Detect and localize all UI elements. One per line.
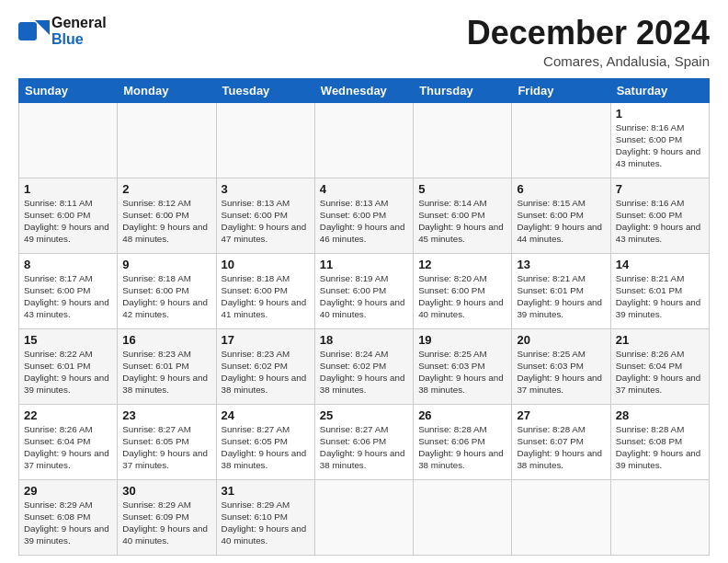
calendar-table: Sunday Monday Tuesday Wednesday Thursday… [18,78,710,556]
col-tuesday: Tuesday [216,78,314,102]
calendar-cell: 1Sunrise: 8:11 AMSunset: 6:00 PMDaylight… [19,178,118,253]
day-info: Sunrise: 8:28 AMSunset: 6:06 PMDaylight:… [418,423,506,472]
calendar-week-row: 1Sunrise: 8:16 AMSunset: 6:00 PMDaylight… [19,102,710,178]
logo: General Blue [18,15,107,47]
day-info: Sunrise: 8:12 AMSunset: 6:00 PMDaylight:… [122,197,210,246]
calendar-cell: 14Sunrise: 8:21 AMSunset: 6:01 PMDayligh… [610,253,709,328]
day-number: 25 [320,408,408,422]
day-number: 21 [616,333,704,347]
day-info: Sunrise: 8:19 AMSunset: 6:00 PMDaylight:… [320,272,408,321]
day-info: Sunrise: 8:26 AMSunset: 6:04 PMDaylight:… [616,348,704,396]
calendar-cell: 15Sunrise: 8:22 AMSunset: 6:01 PMDayligh… [19,328,118,404]
day-info: Sunrise: 8:26 AMSunset: 6:04 PMDaylight:… [24,423,112,472]
day-info: Sunrise: 8:23 AMSunset: 6:02 PMDaylight:… [222,348,310,396]
calendar-cell: 1Sunrise: 8:16 AMSunset: 6:00 PMDaylight… [610,102,709,178]
calendar-cell: 3Sunrise: 8:13 AMSunset: 6:00 PMDaylight… [216,178,314,253]
calendar-cell [216,102,314,178]
title-block: December 2024 Comares, Andalusia, Spain [467,15,710,69]
calendar-cell [314,102,413,178]
calendar-cell: 18Sunrise: 8:24 AMSunset: 6:02 PMDayligh… [314,328,413,404]
day-number: 7 [616,182,704,196]
calendar-cell [512,479,610,555]
day-number: 20 [517,333,605,347]
calendar-cell: 19Sunrise: 8:25 AMSunset: 6:03 PMDayligh… [414,328,512,404]
day-info: Sunrise: 8:28 AMSunset: 6:07 PMDaylight:… [517,423,605,472]
day-number: 1 [24,182,112,196]
col-sunday: Sunday [19,78,118,102]
day-number: 10 [222,258,310,271]
day-number: 16 [122,333,210,347]
day-info: Sunrise: 8:23 AMSunset: 6:01 PMDaylight:… [122,348,210,396]
day-number: 23 [122,408,210,422]
day-number: 19 [418,333,506,347]
calendar-cell: 7Sunrise: 8:16 AMSunset: 6:00 PMDaylight… [610,178,709,253]
calendar-cell: 2Sunrise: 8:12 AMSunset: 6:00 PMDaylight… [118,178,216,253]
day-number: 14 [616,258,704,271]
calendar-cell: 26Sunrise: 8:28 AMSunset: 6:06 PMDayligh… [414,404,512,479]
calendar-cell: 8Sunrise: 8:17 AMSunset: 6:00 PMDaylight… [19,253,118,328]
day-number: 30 [122,484,210,498]
day-number: 6 [517,182,605,196]
calendar-cell: 17Sunrise: 8:23 AMSunset: 6:02 PMDayligh… [216,328,314,404]
day-info: Sunrise: 8:24 AMSunset: 6:02 PMDaylight:… [320,348,408,396]
day-info: Sunrise: 8:29 AMSunset: 6:09 PMDaylight:… [122,499,210,547]
col-friday: Friday [512,78,610,102]
day-number: 15 [24,333,112,347]
header: General Blue December 2024 Comares, Anda… [18,15,710,69]
calendar-cell: 12Sunrise: 8:20 AMSunset: 6:00 PMDayligh… [414,253,512,328]
calendar-cell: 21Sunrise: 8:26 AMSunset: 6:04 PMDayligh… [610,328,709,404]
day-info: Sunrise: 8:25 AMSunset: 6:03 PMDaylight:… [517,348,605,396]
calendar-cell: 31Sunrise: 8:29 AMSunset: 6:10 PMDayligh… [216,479,314,555]
calendar-cell: 5Sunrise: 8:14 AMSunset: 6:00 PMDaylight… [414,178,512,253]
calendar-week-row: 15Sunrise: 8:22 AMSunset: 6:01 PMDayligh… [19,328,710,404]
location: Comares, Andalusia, Spain [467,53,710,69]
day-number: 18 [320,333,408,347]
calendar-week-row: 22Sunrise: 8:26 AMSunset: 6:04 PMDayligh… [19,404,710,479]
day-info: Sunrise: 8:16 AMSunset: 6:00 PMDaylight:… [616,197,704,246]
day-info: Sunrise: 8:20 AMSunset: 6:00 PMDaylight:… [418,272,506,321]
day-info: Sunrise: 8:28 AMSunset: 6:08 PMDaylight:… [616,423,704,472]
calendar-cell: 28Sunrise: 8:28 AMSunset: 6:08 PMDayligh… [610,404,709,479]
calendar-cell: 4Sunrise: 8:13 AMSunset: 6:00 PMDaylight… [314,178,413,253]
calendar-cell [414,102,512,178]
day-info: Sunrise: 8:27 AMSunset: 6:06 PMDaylight:… [320,423,408,472]
calendar-cell: 30Sunrise: 8:29 AMSunset: 6:09 PMDayligh… [118,479,216,555]
calendar-week-row: 29Sunrise: 8:29 AMSunset: 6:08 PMDayligh… [19,479,710,555]
day-info: Sunrise: 8:29 AMSunset: 6:10 PMDaylight:… [222,499,310,547]
day-number: 24 [222,408,310,422]
calendar-cell: 11Sunrise: 8:19 AMSunset: 6:00 PMDayligh… [314,253,413,328]
day-info: Sunrise: 8:22 AMSunset: 6:01 PMDaylight:… [24,348,112,396]
day-info: Sunrise: 8:11 AMSunset: 6:00 PMDaylight:… [24,197,112,246]
calendar-cell: 22Sunrise: 8:26 AMSunset: 6:04 PMDayligh… [19,404,118,479]
day-info: Sunrise: 8:29 AMSunset: 6:08 PMDaylight:… [24,499,112,547]
calendar-cell [118,102,216,178]
day-number: 17 [222,333,310,347]
calendar-cell [610,479,709,555]
calendar-header-row: Sunday Monday Tuesday Wednesday Thursday… [19,78,710,102]
day-number: 26 [418,408,506,422]
day-info: Sunrise: 8:25 AMSunset: 6:03 PMDaylight:… [418,348,506,396]
day-number: 31 [222,484,310,498]
day-info: Sunrise: 8:13 AMSunset: 6:00 PMDaylight:… [222,197,310,246]
calendar-cell: 20Sunrise: 8:25 AMSunset: 6:03 PMDayligh… [512,328,610,404]
calendar-cell: 6Sunrise: 8:15 AMSunset: 6:00 PMDaylight… [512,178,610,253]
logo-text-general: General [51,15,107,31]
logo-text-blue: Blue [51,31,107,48]
day-info: Sunrise: 8:17 AMSunset: 6:00 PMDaylight:… [24,272,112,321]
day-info: Sunrise: 8:21 AMSunset: 6:01 PMDaylight:… [517,272,605,321]
day-number: 1 [616,107,704,121]
day-info: Sunrise: 8:27 AMSunset: 6:05 PMDaylight:… [122,423,210,472]
day-number: 29 [24,484,112,498]
calendar-cell: 9Sunrise: 8:18 AMSunset: 6:00 PMDaylight… [118,253,216,328]
day-info: Sunrise: 8:14 AMSunset: 6:00 PMDaylight:… [418,197,506,246]
calendar-cell [19,102,118,178]
calendar-cell: 23Sunrise: 8:27 AMSunset: 6:05 PMDayligh… [118,404,216,479]
day-info: Sunrise: 8:27 AMSunset: 6:05 PMDaylight:… [222,423,310,472]
calendar-cell: 16Sunrise: 8:23 AMSunset: 6:01 PMDayligh… [118,328,216,404]
day-number: 9 [122,258,210,271]
calendar-cell: 13Sunrise: 8:21 AMSunset: 6:01 PMDayligh… [512,253,610,328]
day-info: Sunrise: 8:21 AMSunset: 6:01 PMDaylight:… [616,272,704,321]
calendar-cell: 24Sunrise: 8:27 AMSunset: 6:05 PMDayligh… [216,404,314,479]
day-number: 28 [616,408,704,422]
calendar-cell [512,102,610,178]
